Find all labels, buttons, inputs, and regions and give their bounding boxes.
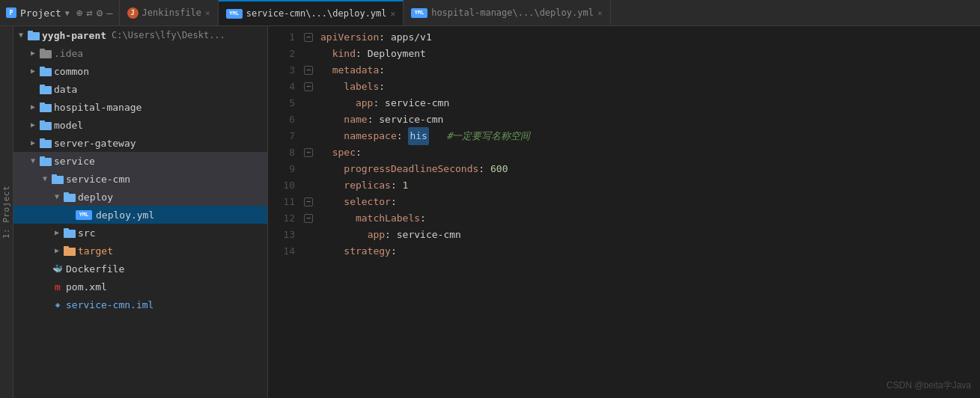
jenkins-icon: J	[127, 7, 139, 19]
deploy-yml-icon: YML	[76, 210, 92, 220]
svg-rect-9	[40, 102, 45, 105]
deploy-yml-name: deploy.yml	[96, 209, 154, 221]
sidebar-panel-label: 1: Project	[0, 26, 13, 398]
code-line-5: app: service-cmn	[320, 95, 980, 111]
deploy-folder-name: deploy	[78, 192, 113, 203]
fold-8[interactable]: −	[304, 148, 313, 157]
code-line-3: metadata:	[320, 62, 980, 79]
code-line-8: spec:	[320, 144, 980, 161]
tab-jenkinsfile-label: Jenkinsfile	[142, 7, 201, 18]
service-cmn-folder-icon	[52, 174, 64, 184]
service-name: service	[54, 156, 95, 167]
pom-icon: m	[52, 281, 64, 292]
arrow-idea	[28, 49, 37, 58]
code-line-1: apiVersion: apps/v1	[320, 29, 980, 46]
data-name: data	[54, 84, 77, 95]
tab-hospital-deploy[interactable]: YML hospital-manage\...\deploy.yml ✕	[404, 0, 610, 25]
tree-root[interactable]: yygh-parent C:\Users\lfy\Deskt...	[13, 26, 267, 44]
yaml-icon-2: YML	[411, 8, 427, 18]
code-line-6: name: service-cmn	[320, 111, 980, 128]
highlighted-his: his	[408, 127, 428, 145]
project-panel-header: P Project ▼ ⊕ ⇄ ⚙ —	[0, 0, 120, 25]
code-lines[interactable]: apiVersion: apps/v1 kind: Deployment met…	[316, 26, 980, 398]
arrow-root	[16, 31, 25, 40]
tree-item-model[interactable]: model	[13, 116, 267, 134]
project-panel-icon: P	[6, 7, 16, 18]
toggle-layout-icon[interactable]: ⇄	[86, 7, 92, 19]
dockerfile-icon: 🐳	[52, 263, 64, 274]
tree-item-target[interactable]: target	[13, 242, 267, 260]
common-name: common	[54, 66, 89, 77]
sidebar-label-text: 1: Project	[1, 186, 11, 239]
svg-rect-3	[40, 49, 45, 52]
add-content-icon[interactable]: ⊕	[76, 7, 82, 19]
tab-jenkinsfile[interactable]: J Jenkinsfile ✕	[120, 0, 219, 25]
src-name: src	[78, 227, 95, 239]
tab-service-cmn-label: service-cmn\...\deploy.yml	[246, 8, 387, 19]
code-editor[interactable]: 12345 678910 11121314 − − −	[268, 26, 980, 398]
code-line-9: progressDeadlineSeconds: 600	[320, 161, 980, 177]
code-line-4: labels:	[320, 79, 980, 95]
iml-name: service-cmn.iml	[66, 299, 153, 310]
fold-3[interactable]: −	[304, 66, 313, 75]
arrow-src	[52, 228, 61, 237]
fold-11[interactable]: −	[304, 198, 313, 206]
arrow-hospital	[28, 102, 37, 111]
hospital-folder-icon	[40, 102, 52, 112]
pom-name: pom.xml	[66, 281, 107, 293]
svg-rect-7	[40, 85, 45, 88]
server-gateway-folder-icon	[40, 138, 52, 148]
service-cmn-name: service-cmn	[66, 174, 130, 185]
tree-item-hospital[interactable]: hospital-manage	[13, 98, 267, 116]
fold-1[interactable]: −	[304, 33, 313, 42]
src-folder-icon	[64, 227, 76, 238]
tree-item-server-gateway[interactable]: server-gateway	[13, 134, 267, 152]
tree-item-common[interactable]: common	[13, 62, 267, 80]
arrow-service	[28, 156, 37, 165]
tree-item-src[interactable]: src	[13, 224, 267, 242]
code-line-11: selector:	[320, 194, 980, 210]
tree-item-service-cmn[interactable]: service-cmn	[13, 170, 267, 188]
iml-icon: ◈	[52, 299, 64, 310]
settings-icon[interactable]: ⚙	[97, 7, 103, 19]
svg-rect-21	[64, 228, 69, 231]
idea-name: .idea	[54, 48, 83, 59]
watermark: CSDN @beita学Java	[886, 379, 971, 392]
tree-item-deploy-yml[interactable]: YML deploy.yml	[13, 206, 267, 224]
tree-item-dockerfile[interactable]: 🐳 Dockerfile	[13, 260, 267, 278]
common-folder-icon	[40, 66, 52, 76]
server-gateway-name: server-gateway	[54, 138, 136, 149]
fold-gutter: − − − −	[301, 26, 316, 398]
project-panel-label: Project	[20, 7, 61, 19]
model-folder-icon	[40, 120, 52, 130]
arrow-target	[52, 246, 61, 255]
close-tab-jenkins-icon[interactable]: ✕	[205, 8, 210, 18]
tree-item-deploy-folder[interactable]: deploy	[13, 188, 267, 206]
svg-rect-17	[52, 174, 57, 177]
chevron-down-icon[interactable]: ▼	[65, 9, 70, 17]
tree-item-data[interactable]: data	[13, 80, 267, 98]
close-tab-service-icon[interactable]: ✕	[391, 9, 396, 19]
model-name: model	[54, 120, 83, 131]
arrow-common	[28, 67, 37, 76]
tree-item-idea[interactable]: .idea	[13, 44, 267, 62]
file-tree: yygh-parent C:\Users\lfy\Deskt... .idea	[13, 26, 268, 398]
line-numbers: 12345 678910 11121314	[268, 26, 301, 398]
fold-4[interactable]: −	[304, 82, 313, 91]
minimize-icon[interactable]: —	[106, 7, 112, 19]
root-name: yygh-parent	[42, 30, 106, 41]
fold-12[interactable]: −	[304, 214, 313, 223]
root-folder-icon	[28, 30, 40, 40]
tree-item-pom[interactable]: m pom.xml	[13, 278, 267, 296]
tree-item-iml[interactable]: ◈ service-cmn.iml	[13, 296, 267, 313]
yaml-icon: YML	[226, 9, 243, 19]
code-line-12: matchLabels:	[320, 210, 980, 227]
close-tab-hospital-icon[interactable]: ✕	[597, 8, 603, 18]
tab-service-cmn-deploy[interactable]: YML service-cmn\...\deploy.yml ✕	[219, 0, 404, 25]
target-name: target	[78, 245, 113, 257]
arrow-server-gateway	[28, 138, 37, 147]
target-folder-icon	[64, 245, 76, 256]
code-line-10: replicas: 1	[320, 177, 980, 194]
svg-rect-13	[40, 138, 45, 141]
tree-item-service[interactable]: service	[13, 152, 267, 170]
